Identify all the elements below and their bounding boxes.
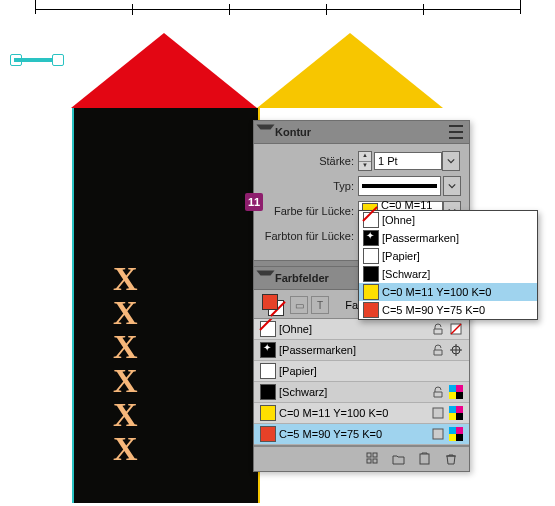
swatch-icon [363,266,379,282]
swatch-icon [260,384,276,400]
svg-rect-5 [373,453,377,457]
selection-bar[interactable] [14,58,54,62]
swatch-row-icons [431,427,463,441]
collapse-icon[interactable] [257,125,275,140]
show-swatch-grid-icon[interactable] [365,451,381,467]
swatch-row-icons [431,343,463,357]
stroke-type-dropdown[interactable] [358,176,441,196]
text-format-icon[interactable]: T [311,296,329,314]
dropdown-option-label: [Schwarz] [382,268,430,280]
swatch-name: C=5 M=90 Y=75 K=0 [279,428,431,440]
svg-rect-2 [433,408,443,418]
type-dropdown-arrow[interactable] [443,176,461,196]
weight-label: Stärke: [262,155,358,167]
dropdown-option[interactable]: C=5 M=90 Y=75 K=0 [359,301,537,319]
yellow-triangle[interactable] [257,33,443,108]
swatch-row-icons [431,406,463,420]
new-folder-icon[interactable] [391,451,407,467]
swatch-icon [363,302,379,318]
ruler [35,9,520,10]
cmyk-icon [449,406,463,420]
swatch-name: [Passermarken] [279,344,431,356]
weight-dropdown-arrow[interactable] [442,151,460,171]
red-triangle[interactable] [71,33,257,108]
lock-icon [431,343,445,357]
dropdown-option[interactable]: [Ohne] [359,211,537,229]
swatch-icon [363,248,379,264]
new-swatch-icon[interactable] [417,451,433,467]
swatch-name: [Ohne] [279,323,431,335]
gapcolor-label: Farbe für Lücke: [262,205,358,217]
panel-menu-button[interactable] [447,123,465,141]
swatch-row[interactable]: [Ohne] [254,319,469,340]
swatch-list[interactable]: [Ohne][Passermarken][Papier][Schwarz]C=0… [254,318,469,446]
process-color-icon [431,427,445,441]
farbfelder-footer [254,446,469,471]
gapcolor-dropdown-popup[interactable]: [Ohne][Passermarken][Papier][Schwarz]C=0… [358,210,538,320]
cmyk-icon [449,427,463,441]
swatch-row-icons [431,385,463,399]
collapse-icon[interactable] [257,271,275,286]
stroke-type-preview [362,184,437,188]
swatch-name: [Schwarz] [279,386,431,398]
swatch-row[interactable]: C=5 M=90 Y=75 K=0 [254,424,469,445]
svg-rect-7 [373,459,377,463]
fill-stroke-proxy[interactable] [262,294,284,316]
swatch-row[interactable]: [Papier] [254,361,469,382]
process-color-icon [431,406,445,420]
weight-field[interactable]: 1 Pt [374,152,442,170]
dropdown-option[interactable]: C=0 M=11 Y=100 K=0 [359,283,537,301]
swatch-icon [260,426,276,442]
swatch-icon [260,405,276,421]
container-format-icon[interactable]: ▭ [290,296,308,314]
swatch-icon [363,284,379,300]
cmyk-icon [449,385,463,399]
swatch-name: C=0 M=11 Y=100 K=0 [279,407,431,419]
farbfelder-title: Farbfelder [275,272,329,284]
dropdown-option-label: C=5 M=90 Y=75 K=0 [382,304,485,316]
selection-handle-right[interactable] [52,54,64,66]
type-label: Typ: [262,180,358,192]
svg-rect-6 [367,459,371,463]
dropdown-option-label: [Passermarken] [382,232,459,244]
swatch-icon [260,321,276,337]
svg-rect-4 [367,453,371,457]
kontur-titlebar[interactable]: Kontur [254,121,469,144]
svg-rect-8 [420,454,429,464]
kontur-title: Kontur [275,126,311,138]
swatch-icon [260,363,276,379]
swatch-icon [363,212,379,228]
dropdown-option[interactable]: [Schwarz] [359,265,537,283]
dropdown-option-label: [Papier] [382,250,420,262]
delete-swatch-icon[interactable] [443,451,459,467]
step-callout-11: 11 [245,193,263,211]
swatch-icon [363,230,379,246]
svg-rect-3 [433,429,443,439]
swatch-row[interactable]: [Passermarken] [254,340,469,361]
swatch-name: [Papier] [279,365,463,377]
dropdown-option-label: [Ohne] [382,214,415,226]
swatch-row[interactable]: C=0 M=11 Y=100 K=0 [254,403,469,424]
swatch-row-icons [431,322,463,336]
lock-icon [431,385,445,399]
lock-icon [431,322,445,336]
weight-stepper[interactable]: ▲▼ [358,151,372,171]
dropdown-option[interactable]: [Papier] [359,247,537,265]
registration-icon [449,343,463,357]
dropdown-option-label: C=0 M=11 Y=100 K=0 [382,286,491,298]
gaptint-label: Farbton für Lücke: [262,230,358,242]
pattern-x-text[interactable]: XXXXXX [115,260,134,464]
swatch-icon [260,342,276,358]
swatch-row[interactable]: [Schwarz] [254,382,469,403]
none-icon [449,322,463,336]
dropdown-option[interactable]: [Passermarken] [359,229,537,247]
black-rectangle[interactable] [72,108,260,503]
